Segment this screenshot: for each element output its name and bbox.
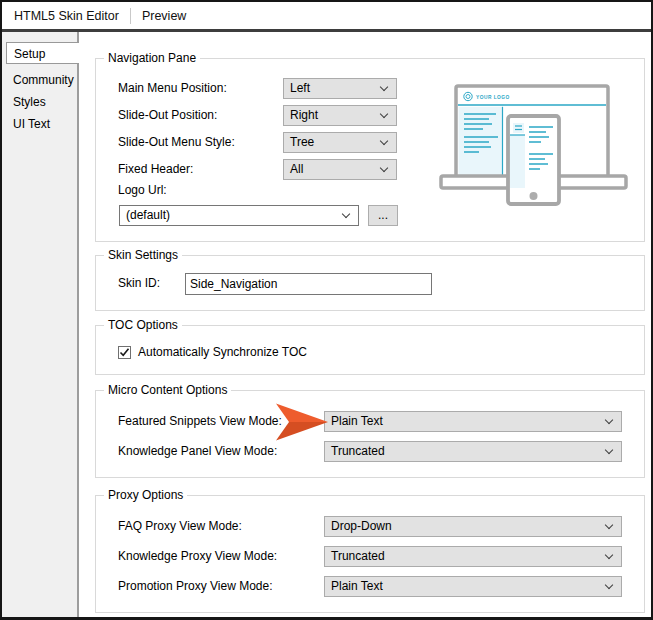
dropdown-value: Drop-Down [331, 519, 392, 533]
dropdown-value: Right [290, 108, 318, 122]
sidebar-item-ui-text[interactable]: UI Text [6, 113, 76, 135]
main-menu-position-dropdown[interactable]: Left [283, 78, 397, 99]
dropdown-value: Plain Text [331, 579, 383, 593]
phone-home-button-icon [530, 192, 538, 200]
group-proxy-options: Proxy Options FAQ Proxy View Mode: Knowl… [95, 495, 645, 613]
logo-url-label: Logo Url: [118, 182, 167, 198]
fixed-header-dropdown[interactable]: All [283, 159, 397, 180]
group-title: Skin Settings [104, 248, 182, 263]
knowledge-proxy-view-mode-label: Knowledge Proxy View Mode: [118, 546, 277, 567]
sidebar-item-setup[interactable]: Setup [6, 42, 79, 64]
dropdown-value: Tree [290, 135, 314, 149]
sidebar-item-community[interactable]: Community [6, 69, 76, 91]
tab-preview[interactable]: Preview [142, 9, 186, 23]
group-toc-options: TOC Options Automatically Synchronize TO… [95, 325, 645, 375]
sidebar-tabstrip: Setup Community Styles UI Text [2, 32, 79, 617]
group-skin-settings: Skin Settings Skin ID: [95, 255, 645, 311]
chevron-down-icon [380, 110, 388, 118]
logo-url-combobox[interactable]: (default) [119, 205, 359, 226]
knowledge-panel-view-mode-dropdown[interactable]: Truncated [324, 441, 622, 462]
checkmark-icon [119, 347, 130, 358]
editor-toolbar: HTML5 Skin Editor Preview [2, 2, 651, 29]
group-title: Micro Content Options [104, 383, 231, 398]
skin-id-input[interactable] [185, 273, 432, 295]
skin-id-label: Skin ID: [118, 273, 160, 294]
group-navigation-pane: Navigation Pane Main Menu Position: Slid… [95, 58, 645, 242]
skin-preview-illustration: YOUR LOGO [434, 69, 641, 211]
dropdown-value: Truncated [331, 549, 385, 563]
sidebar-item-styles[interactable]: Styles [6, 91, 76, 113]
slide-out-position-label: Slide-Out Position: [118, 105, 217, 126]
promotion-proxy-view-mode-label: Promotion Proxy View Mode: [118, 576, 273, 597]
slide-out-position-dropdown[interactable]: Right [283, 105, 397, 126]
chevron-down-icon [380, 137, 388, 145]
chevron-down-icon [605, 521, 613, 529]
tab-html5-skin-editor[interactable]: HTML5 Skin Editor [14, 9, 119, 23]
your-logo-text: YOUR LOGO [476, 95, 510, 100]
featured-snippets-view-mode-label: Featured Snippets View Mode: [118, 411, 282, 432]
toolbar-separator [130, 8, 131, 24]
slide-out-menu-style-label: Slide-Out Menu Style: [118, 132, 235, 153]
html5-skin-editor-window: HTML5 Skin Editor Preview Setup Communit… [0, 0, 653, 620]
group-title: Navigation Pane [104, 51, 200, 66]
dropdown-value: Left [290, 81, 310, 95]
callout-arrow-icon [276, 403, 329, 441]
dropdown-value: Plain Text [331, 414, 383, 428]
slide-out-menu-style-dropdown[interactable]: Tree [283, 132, 397, 153]
dropdown-value: All [290, 162, 303, 176]
chevron-down-icon [342, 210, 350, 218]
fixed-header-label: Fixed Header: [118, 159, 193, 180]
auto-sync-toc-checkbox[interactable] [118, 346, 131, 359]
knowledge-proxy-view-mode-dropdown[interactable]: Truncated [324, 546, 622, 567]
faq-proxy-view-mode-label: FAQ Proxy View Mode: [118, 516, 242, 537]
main-menu-position-label: Main Menu Position: [118, 78, 227, 99]
group-micro-content-options: Micro Content Options Featured Snippets … [95, 390, 645, 478]
chevron-down-icon [605, 416, 613, 424]
group-title: TOC Options [104, 318, 182, 333]
chevron-down-icon [605, 446, 613, 454]
faq-proxy-view-mode-dropdown[interactable]: Drop-Down [324, 516, 622, 537]
group-title: Proxy Options [104, 488, 187, 503]
chevron-down-icon [380, 164, 388, 172]
chevron-down-icon [380, 83, 388, 91]
combobox-value: (default) [126, 208, 170, 222]
chevron-down-icon [605, 551, 613, 559]
featured-snippets-view-mode-dropdown[interactable]: Plain Text [324, 411, 622, 432]
promotion-proxy-view-mode-dropdown[interactable]: Plain Text [324, 576, 622, 597]
auto-sync-toc-label: Automatically Synchronize TOC [138, 342, 307, 363]
knowledge-panel-view-mode-label: Knowledge Panel View Mode: [118, 441, 277, 462]
chevron-down-icon [605, 581, 613, 589]
dropdown-value: Truncated [331, 444, 385, 458]
logo-url-browse-button[interactable]: ... [368, 205, 398, 226]
